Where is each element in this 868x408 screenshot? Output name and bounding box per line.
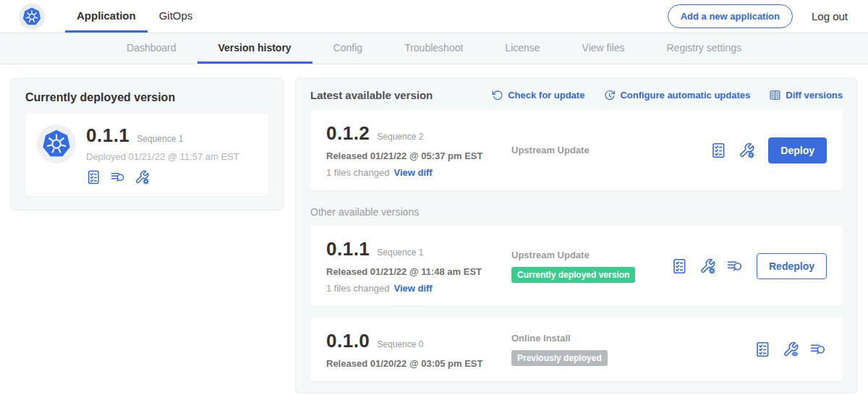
subnav-item-dashboard[interactable]: Dashboard: [106, 33, 197, 64]
version-source: Upstream Update: [511, 145, 590, 156]
preflight-icon[interactable]: [754, 341, 772, 358]
latest-available-title: Latest available version: [310, 89, 433, 101]
view-diff-link[interactable]: View diff: [393, 167, 432, 178]
status-badge: Currently deployed version: [511, 267, 635, 283]
logs-icon[interactable]: [809, 341, 827, 358]
released-timestamp: Released 01/21/22 @ 05:37 pm EST: [326, 150, 511, 161]
subnav-item-troubleshoot[interactable]: Troubleshoot: [383, 33, 484, 64]
subnav-item-config[interactable]: Config: [312, 33, 383, 64]
main-content: Currently deployed version 0.1.1 Sequenc…: [0, 64, 868, 394]
latest-version-slot: 0.1.2Sequence 2Released 01/21/22 @ 05:37…: [310, 110, 843, 190]
currently-deployed-title: Currently deployed version: [25, 91, 268, 104]
config-gear-icon[interactable]: [738, 142, 755, 159]
kubernetes-logo: [19, 4, 45, 30]
top-navigation: ApplicationGitOps Add a new application …: [0, 0, 868, 33]
sequence-label: Sequence 1: [377, 247, 423, 258]
section-tabs: DashboardVersion historyConfigTroublesho…: [0, 33, 868, 64]
released-timestamp: Released 01/21/22 @ 11:48 am EST: [326, 266, 511, 277]
version-source: Online Install: [511, 333, 571, 344]
diff-icon: [769, 89, 781, 101]
preflight-icon[interactable]: [710, 142, 728, 159]
topnav-tab-gitops[interactable]: GitOps: [148, 0, 205, 33]
sequence-label: Sequence 0: [377, 339, 423, 349]
available-versions-panel: Latest available version Check for updat…: [295, 78, 858, 394]
version-card: 0.1.2Sequence 2Released 01/21/22 @ 05:37…: [310, 110, 843, 190]
released-timestamp: Released 01/20/22 @ 03:05 pm EST: [326, 358, 511, 369]
files-changed: 1 files changedView diff: [326, 283, 511, 294]
view-diff-link[interactable]: View diff: [393, 283, 432, 294]
preflight-icon[interactable]: [671, 258, 689, 275]
version-number: 0.1.1: [326, 238, 370, 260]
status-badge: Previously deployed: [511, 350, 608, 366]
version-source: Upstream Update: [511, 250, 590, 260]
version-card: 0.1.1Sequence 1Released 01/21/22 @ 11:48…: [310, 226, 843, 306]
preflight-icon[interactable]: [86, 169, 102, 185]
version-number: 0.1.2: [326, 122, 370, 145]
subnav-item-view-files[interactable]: View files: [561, 33, 646, 64]
deployed-version-card: 0.1.1 Sequence 1 Deployed 01/21/22 @ 11:…: [25, 114, 268, 196]
subnav-item-registry-settings[interactable]: Registry settings: [646, 33, 762, 64]
diff-versions-link[interactable]: Diff versions: [769, 89, 843, 101]
add-application-button[interactable]: Add a new application: [668, 4, 793, 28]
files-changed: 1 files changedView diff: [326, 167, 511, 178]
version-number: 0.1.1: [86, 124, 129, 147]
check-for-update-link[interactable]: Check for update: [491, 89, 584, 101]
logs-icon[interactable]: [110, 169, 126, 185]
deployed-timestamp: Deployed 01/21/22 @ 11:57 am EST: [86, 151, 239, 162]
deploy-button[interactable]: Deploy: [768, 137, 827, 163]
other-versions-slot: 0.1.1Sequence 1Released 01/21/22 @ 11:48…: [310, 226, 843, 381]
logout-link[interactable]: Log out: [812, 10, 848, 22]
logs-icon[interactable]: [726, 258, 744, 275]
sequence-label: Sequence 1: [137, 134, 183, 144]
currently-deployed-panel: Currently deployed version 0.1.1 Sequenc…: [10, 78, 284, 211]
kubernetes-logo: [37, 124, 76, 163]
config-eye-icon[interactable]: [782, 341, 799, 358]
sequence-label: Sequence 2: [377, 132, 423, 142]
refresh-icon: [491, 89, 503, 101]
other-versions-title: Other available versions: [310, 206, 843, 218]
redeploy-button[interactable]: Redeploy: [757, 253, 827, 279]
config-gear-icon[interactable]: [134, 169, 150, 185]
subnav-item-license[interactable]: License: [484, 33, 561, 64]
version-card: 0.1.0Sequence 0Released 01/20/22 @ 03:05…: [310, 318, 843, 381]
app-tabs: ApplicationGitOps: [65, 0, 204, 33]
subnav-item-version-history[interactable]: Version history: [197, 33, 312, 64]
clock-refresh-icon: [603, 89, 616, 101]
topnav-tab-application[interactable]: Application: [65, 0, 148, 33]
version-number: 0.1.0: [326, 330, 370, 352]
configure-automatic-updates-link[interactable]: Configure automatic updates: [603, 89, 750, 101]
config-gear-icon[interactable]: [699, 258, 716, 275]
